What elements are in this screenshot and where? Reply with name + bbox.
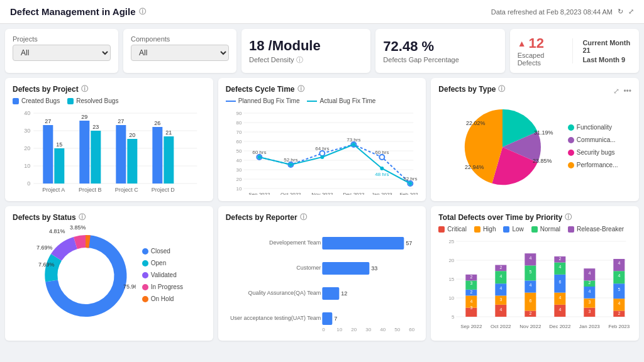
svg-text:7.69%: 7.69% bbox=[38, 261, 55, 268]
more-icon[interactable]: ••• bbox=[623, 87, 631, 96]
svg-text:Dec 2022: Dec 2022 bbox=[343, 192, 365, 195]
defects-by-project-card: Defects by Project ⓘ Created Bugs Resolv… bbox=[5, 78, 213, 201]
refresh-text: Data refreshed at Feb 8,2023 08:44 AM bbox=[491, 8, 613, 16]
projects-select[interactable]: All bbox=[13, 45, 111, 61]
svg-text:22.94%: 22.94% bbox=[465, 164, 484, 170]
svg-text:Feb 2023: Feb 2023 bbox=[399, 192, 418, 195]
status-chart-body: 75.96% 7.69% 7.69% 4.81% 3.85% Closed Op… bbox=[13, 226, 206, 326]
svg-text:Customer: Customer bbox=[296, 265, 321, 271]
svg-text:50: 50 bbox=[394, 327, 400, 332]
svg-text:Nov 2022: Nov 2022 bbox=[311, 192, 333, 195]
svg-rect-25 bbox=[152, 127, 162, 184]
header-info-icon[interactable]: ⓘ bbox=[139, 7, 146, 16]
components-filter: Components All bbox=[131, 35, 229, 61]
reporter-info-icon[interactable]: ⓘ bbox=[300, 212, 307, 222]
cycle-legend: Planned Bug Fix Time Actual Bug Fix Time bbox=[226, 97, 419, 104]
svg-text:Jan 2023: Jan 2023 bbox=[372, 192, 392, 195]
defects-cycle-time-card: Defects Cycle Time ⓘ Planned Bug Fix Tim… bbox=[218, 78, 426, 201]
svg-text:4: 4 bbox=[470, 299, 473, 304]
svg-text:Feb 2023: Feb 2023 bbox=[609, 324, 630, 329]
svg-text:3: 3 bbox=[589, 309, 591, 314]
svg-text:4: 4 bbox=[500, 307, 502, 312]
svg-text:60 hrs: 60 hrs bbox=[375, 150, 389, 155]
svg-rect-15 bbox=[79, 121, 89, 184]
project-chart-svg: 40 30 20 10 0 27 15 Project A 29 23 bbox=[13, 107, 206, 195]
svg-text:48 hrs: 48 hrs bbox=[375, 172, 389, 177]
svg-text:10: 10 bbox=[449, 295, 455, 301]
expand-icon[interactable]: ⤢ bbox=[628, 8, 634, 16]
project-bar-chart: 40 30 20 10 0 27 15 Project A 29 23 bbox=[13, 107, 206, 195]
svg-text:23: 23 bbox=[92, 124, 99, 130]
legend-release-breaker: Release-Breaker bbox=[568, 226, 624, 233]
svg-text:64 hrs: 64 hrs bbox=[315, 146, 329, 151]
svg-text:73 hrs: 73 hrs bbox=[347, 137, 360, 143]
svg-text:3: 3 bbox=[589, 300, 591, 304]
gap-percentage-value: 72.48 % bbox=[383, 38, 497, 55]
svg-text:3: 3 bbox=[500, 297, 502, 302]
svg-text:30: 30 bbox=[365, 327, 371, 332]
svg-text:Project C: Project C bbox=[115, 187, 139, 193]
chart-title-reporter: Defects by Reporter ⓘ bbox=[226, 212, 419, 222]
svg-point-59 bbox=[408, 182, 412, 185]
components-filter-card: Components All bbox=[123, 29, 236, 73]
last-month-row: Last Month 9 bbox=[582, 56, 631, 63]
svg-text:20: 20 bbox=[129, 132, 135, 138]
svg-text:31.19%: 31.19% bbox=[534, 129, 553, 136]
components-label: Components bbox=[131, 35, 229, 43]
status-info-icon[interactable]: ⓘ bbox=[79, 212, 86, 222]
svg-text:27: 27 bbox=[45, 118, 51, 124]
svg-text:60: 60 bbox=[236, 139, 242, 145]
svg-text:User acceptance testing(UAT) T: User acceptance testing(UAT) Team bbox=[230, 315, 321, 321]
legend-actual: Actual Bug Fix Time bbox=[307, 97, 375, 104]
legend-security: Security bugs bbox=[568, 149, 618, 156]
project-info-icon[interactable]: ⓘ bbox=[81, 84, 88, 94]
legend-on-hold: On Hold bbox=[142, 295, 183, 302]
svg-text:Oct 2022: Oct 2022 bbox=[280, 192, 301, 195]
kpi-density-info[interactable]: ⓘ bbox=[296, 56, 303, 63]
legend-planned: Planned Bug Fix Time bbox=[226, 97, 300, 104]
svg-point-77 bbox=[62, 252, 109, 300]
components-select[interactable]: All bbox=[131, 45, 229, 61]
priority-info-icon[interactable]: ⓘ bbox=[565, 212, 572, 222]
svg-text:3.85%: 3.85% bbox=[70, 226, 86, 231]
expand-icon[interactable]: ⤢ bbox=[613, 87, 619, 96]
svg-text:0: 0 bbox=[27, 180, 30, 187]
svg-text:27: 27 bbox=[118, 118, 124, 124]
type-info-icon[interactable]: ⓘ bbox=[498, 84, 505, 94]
cycle-chart-svg: 90 80 70 60 50 40 30 20 10 bbox=[226, 107, 419, 195]
svg-text:2: 2 bbox=[470, 290, 473, 294]
cycle-info-icon[interactable]: ⓘ bbox=[297, 84, 304, 94]
title-text: Defect Management in Agile bbox=[10, 6, 135, 17]
svg-rect-89 bbox=[322, 262, 369, 275]
legend-high: High bbox=[474, 226, 496, 233]
svg-text:4: 4 bbox=[589, 271, 591, 275]
legend-in-progress: In Progress bbox=[142, 283, 183, 290]
svg-rect-22 bbox=[127, 139, 137, 184]
kpi-gap-percentage: 72.48 % Defects Gap Percentage bbox=[375, 29, 504, 73]
svg-text:22.02%: 22.02% bbox=[466, 120, 486, 126]
refresh-icon[interactable]: ↻ bbox=[618, 8, 623, 16]
svg-text:2: 2 bbox=[559, 256, 562, 261]
svg-text:20: 20 bbox=[351, 327, 357, 332]
project-legend: Created Bugs Resolved Bugs bbox=[13, 97, 206, 104]
svg-text:32 hrs: 32 hrs bbox=[403, 176, 417, 182]
projects-filter-card: Projects All bbox=[5, 29, 118, 73]
svg-text:23.85%: 23.85% bbox=[533, 158, 552, 164]
cycle-chart-header: Defects Cycle Time ⓘ bbox=[226, 84, 419, 97]
kpi-escaped: ▲ 12 Escaped Defects Current Month 21 La… bbox=[510, 29, 639, 73]
legend-created: Created Bugs bbox=[13, 97, 60, 104]
svg-text:7.69%: 7.69% bbox=[36, 244, 53, 251]
svg-text:90: 90 bbox=[236, 111, 242, 116]
svg-text:5: 5 bbox=[452, 314, 455, 320]
chart-title-cycle: Defects Cycle Time ⓘ bbox=[226, 84, 304, 94]
svg-text:10: 10 bbox=[24, 163, 30, 169]
svg-text:40: 40 bbox=[380, 327, 386, 332]
priority-stacked-svg: 25 20 15 10 5 bbox=[438, 235, 631, 329]
chart-title-project: Defects by Project ⓘ bbox=[13, 84, 88, 94]
priority-legend: Critical High Low Normal Release-Breaker bbox=[438, 226, 631, 233]
svg-text:4: 4 bbox=[559, 307, 562, 312]
defects-by-reporter-card: Defects by Reporter ⓘ Developement Team … bbox=[218, 206, 426, 341]
svg-text:15: 15 bbox=[449, 277, 455, 282]
status-donut-svg: 75.96% 7.69% 7.69% 4.81% 3.85% bbox=[35, 226, 136, 326]
svg-text:20: 20 bbox=[24, 145, 30, 151]
